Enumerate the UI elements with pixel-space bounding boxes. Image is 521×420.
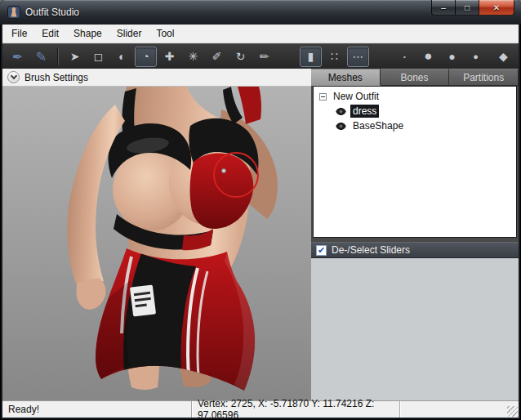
toolbar-separator <box>57 47 59 65</box>
connect-tool-icon[interactable]: ∷ <box>323 47 345 67</box>
brush-settings-label: Brush Settings <box>24 72 88 83</box>
weight-brush-icon[interactable]: ✐ <box>206 47 228 67</box>
title-bar[interactable]: Outfit Studio – □ ✕ <box>0 0 521 25</box>
app-icon <box>7 6 20 19</box>
tab-partitions[interactable]: Partitions <box>449 69 519 86</box>
visibility-eye-icon[interactable] <box>336 123 346 130</box>
slider-list-area[interactable] <box>311 258 519 400</box>
menu-edit[interactable]: Edit <box>34 25 66 42</box>
pen-add-tool-icon[interactable]: ✒ <box>7 47 29 67</box>
chevron-down-icon <box>10 73 16 79</box>
status-message: Ready! <box>2 401 191 418</box>
outfit-studio-window: Outfit Studio – □ ✕ File Edit Shape Slid… <box>0 0 521 420</box>
brush-falloff-1-icon[interactable]: ● <box>417 47 439 67</box>
tool-bar: ✒ ✎ ➤ ◻ ◐ ◔ ✚ ✳ ✐ ↻ ✏ ▮ ∷ ⋯ • ● ● ● ◆ <box>2 43 519 69</box>
sliders-header: De-/Select Sliders <box>311 242 519 258</box>
transform-tool-icon[interactable]: ↻ <box>229 47 252 67</box>
tree-row-baseshape[interactable]: BaseShape <box>314 118 516 133</box>
menu-file[interactable]: File <box>4 25 34 42</box>
status-spare-cell <box>399 401 519 418</box>
brush-falloff-2-icon[interactable]: ● <box>441 47 463 67</box>
right-panel: Meshes Bones Partitions New Outfit dress <box>311 69 519 400</box>
brush-settings-expand-button[interactable] <box>7 71 20 83</box>
menu-tool[interactable]: Tool <box>149 25 181 42</box>
sliders-header-label: De-/Select Sliders <box>332 244 410 256</box>
window-controls: – □ ✕ <box>431 0 514 16</box>
viewport-panel: Brush Settings <box>2 69 311 400</box>
erase-brush-icon[interactable]: ✏ <box>253 47 275 67</box>
skirt-logo-patch <box>130 284 156 316</box>
close-button[interactable]: ✕ <box>479 0 514 16</box>
resize-grip[interactable] <box>507 406 518 417</box>
more-tools-icon[interactable]: ⋯ <box>347 47 369 67</box>
pen-edit-tool-icon[interactable]: ✎ <box>30 47 52 67</box>
deflate-brush-icon[interactable]: ◔ <box>135 47 157 67</box>
visibility-eye-icon[interactable] <box>336 108 346 115</box>
status-bar: Ready! Vertex: 2725, X: -5.71870 Y: 11.7… <box>2 400 519 418</box>
viewport-3d[interactable] <box>2 87 311 400</box>
move-brush-icon[interactable]: ✚ <box>158 47 180 67</box>
minimize-button[interactable]: – <box>431 0 456 16</box>
brush-size-small-icon[interactable]: • <box>394 47 416 67</box>
mesh-display-icon[interactable]: ◆ <box>492 47 514 67</box>
select-brush-icon[interactable]: ➤ <box>64 47 86 67</box>
inflate-brush-icon[interactable]: ◐ <box>111 47 133 67</box>
viewport-3d-canvas <box>2 87 311 400</box>
tree-item-dress[interactable]: dress <box>350 105 379 118</box>
pin-tool-icon[interactable]: ▮ <box>300 47 322 67</box>
tree-item-baseshape[interactable]: BaseShape <box>350 119 406 132</box>
collapse-icon[interactable] <box>319 93 327 101</box>
mask-brush-icon[interactable]: ◻ <box>87 47 109 67</box>
meshes-tree: New Outfit dress BaseShape <box>313 86 517 238</box>
status-vertex-info: Vertex: 2725, X: -5.71870 Y: 11.74216 Z:… <box>191 401 399 418</box>
brush-settings-bar: Brush Settings <box>2 69 311 87</box>
tab-meshes[interactable]: Meshes <box>311 69 381 86</box>
menu-bar: File Edit Shape Slider Tool <box>2 25 519 43</box>
tree-row-root[interactable]: New Outfit <box>314 89 516 104</box>
smooth-brush-icon[interactable]: ✳ <box>182 47 204 67</box>
menu-shape[interactable]: Shape <box>66 25 109 42</box>
menu-slider[interactable]: Slider <box>109 25 149 42</box>
tree-root-label: New Outfit <box>331 90 381 103</box>
brush-falloff-3-icon[interactable]: ● <box>465 47 487 67</box>
tab-bones[interactable]: Bones <box>381 69 450 86</box>
deselect-sliders-checkbox[interactable] <box>316 245 327 256</box>
brush-hit-point <box>222 169 226 173</box>
tree-row-dress[interactable]: dress <box>314 104 516 118</box>
window-title: Outfit Studio <box>25 7 79 18</box>
maximize-button[interactable]: □ <box>455 0 479 16</box>
panel-tabs: Meshes Bones Partitions <box>311 69 519 86</box>
